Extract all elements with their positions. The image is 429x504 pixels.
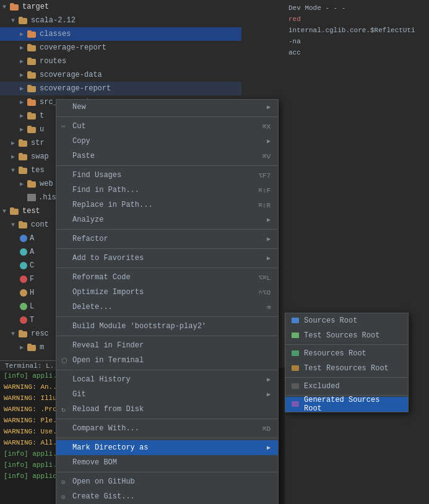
submenu-separator [285, 377, 408, 378]
item-label: web [40, 180, 53, 188]
tree-item-target[interactable]: ▼ target [0, 0, 241, 14]
submenu-item-label: Resources Root [304, 349, 366, 358]
gist-icon: ⊙ [61, 493, 66, 501]
folder-icon [19, 153, 28, 160]
menu-item-open-in-terminal[interactable]: ⬡ Open in Terminal [56, 353, 278, 368]
github-icon: ⊙ [61, 478, 66, 486]
item-label: A [30, 234, 34, 243]
tree-item-routes[interactable]: ▶ routes [0, 54, 241, 68]
menu-item-replace-in-path[interactable]: Replace in Path... ⌘⇧R [56, 198, 278, 212]
menu-separator [56, 165, 278, 166]
expand-arrow: ▶ [20, 180, 27, 188]
item-label: resc [31, 329, 49, 338]
item-label: T [30, 316, 34, 324]
menu-item-analyze[interactable]: Analyze ▶ [56, 212, 278, 227]
folder-icon [27, 30, 37, 38]
menu-item-find-in-path[interactable]: Find in Path... ⌘⇧F [56, 183, 278, 198]
folder-icon [27, 44, 37, 51]
menu-item-remove-bom[interactable]: Remove BOM [56, 455, 278, 470]
submenu-item-generated-sources-root[interactable]: Generated Sources Root [285, 397, 408, 412]
menu-item-local-history[interactable]: Local History ▶ [56, 372, 278, 387]
menu-item-label: Compare With... [72, 424, 139, 433]
menu-item-optimize-imports[interactable]: Optimize Imports ^⌥O [56, 285, 278, 300]
expand-arrow: ▶ [20, 44, 27, 51]
circle-icon [20, 262, 27, 269]
circle-icon [20, 303, 27, 310]
menu-item-reformat[interactable]: Reformat Code ⌥⌘L [56, 270, 278, 285]
menu-item-build-module[interactable]: Build Module 'bootstrap-play2' [56, 319, 278, 334]
tree-item-scala[interactable]: ▼ scala-2.12 [0, 14, 241, 27]
sources-root-icon [292, 318, 300, 324]
tree-item-scovdata[interactable]: ▶ scoverage-data [0, 68, 241, 82]
menu-item-find-usages[interactable]: Find Usages ⌥F7 [56, 168, 278, 183]
submenu-item-label: Generated Sources Root [304, 396, 402, 413]
expand-arrow: ▶ [20, 85, 27, 92]
item-label: H [30, 289, 34, 297]
expand-arrow: ▼ [2, 208, 10, 215]
menu-item-refactor[interactable]: Refactor ▶ [56, 232, 278, 246]
submenu-arrow-icon: ▶ [267, 444, 271, 451]
expand-arrow: ▼ [11, 222, 19, 228]
submenu-arrow-icon: ▶ [267, 254, 271, 262]
expand-arrow: ▶ [20, 58, 27, 65]
menu-item-reveal-in-finder[interactable]: Reveal in Finder [56, 338, 278, 353]
menu-separator [56, 419, 278, 419]
circle-icon [20, 248, 27, 256]
menu-separator [56, 370, 278, 370]
expand-arrow: ▶ [20, 71, 27, 79]
submenu-item-test-resources-root[interactable]: Test Resources Root [285, 361, 408, 376]
item-label: .his [38, 193, 56, 202]
menu-item-label: Remove BOM [72, 458, 117, 467]
test-resources-root-icon [292, 365, 300, 371]
menu-item-open-on-github[interactable]: ⊙ Open on GitHub [56, 474, 278, 489]
submenu-separator [285, 344, 408, 345]
item-label: scoverage-data [40, 71, 102, 79]
menu-separator [56, 472, 278, 472]
menu-item-add-to-favorites[interactable]: Add to Favorites ▶ [56, 251, 278, 266]
submenu-item-resources-root[interactable]: Resources Root [285, 346, 408, 361]
menu-separator [56, 336, 278, 336]
tree-item-classes[interactable]: ▶ classes [0, 27, 241, 41]
folder-icon [19, 221, 28, 228]
folder-icon [27, 85, 37, 92]
folder-icon [27, 180, 37, 188]
submenu-item-test-sources-root[interactable]: Test Sources Root [285, 328, 408, 343]
menu-separator [56, 248, 278, 249]
expand-arrow: ▶ [20, 344, 27, 351]
menu-item-mark-directory-as[interactable]: Mark Directory as ▶ [56, 440, 278, 455]
item-label: str [31, 139, 45, 147]
circle-icon [20, 235, 27, 242]
tree-item-scovrep[interactable]: ▶ scoverage-report [0, 82, 241, 95]
folder-icon [19, 330, 28, 337]
menu-item-reload-from-disk[interactable]: ↻ Reload from Disk [56, 402, 278, 417]
menu-item-label: Analyze [72, 215, 103, 224]
folder-icon [27, 71, 37, 79]
menu-item-new[interactable]: New ▶ [56, 100, 278, 115]
menu-item-label: Find Usages [72, 171, 121, 180]
tree-item-coverage[interactable]: ▶ coverage-report [0, 41, 241, 54]
menu-item-copy[interactable]: Copy ▶ [56, 134, 278, 149]
item-label: swap [31, 152, 49, 161]
menu-separator [56, 267, 278, 268]
shortcut-label: ⌘⇧R [258, 201, 271, 209]
context-menu: New ▶ ✂ Cut ⌘X Copy ▶ Paste ⌘V Find Usag… [56, 99, 279, 504]
item-label: tes [31, 166, 45, 175]
menu-item-label: Add to Favorites [72, 254, 144, 263]
menu-item-label: Reformat Code [72, 273, 131, 282]
menu-item-delete[interactable]: Delete... ⌫ [56, 300, 278, 315]
submenu-item-excluded[interactable]: Excluded [285, 379, 408, 394]
submenu-item-label: Test Sources Root [304, 331, 379, 340]
menu-separator [56, 116, 278, 117]
expand-arrow: ▶ [11, 153, 19, 160]
menu-item-compare-with[interactable]: Compare With... ⌘D [56, 421, 278, 436]
menu-item-create-gist[interactable]: ⊙ Create Gist... [56, 489, 278, 504]
menu-item-git[interactable]: Git ▶ [56, 387, 278, 402]
menu-item-paste[interactable]: Paste ⌘V [56, 149, 278, 163]
menu-separator [56, 229, 278, 230]
folder-icon [27, 58, 37, 65]
menu-item-label: Paste [72, 152, 95, 160]
shortcut-label: ⌫ [266, 303, 271, 311]
menu-item-cut[interactable]: ✂ Cut ⌘X [56, 119, 278, 134]
menu-separator [56, 316, 278, 317]
submenu-item-sources-root[interactable]: Sources Root [285, 313, 408, 328]
